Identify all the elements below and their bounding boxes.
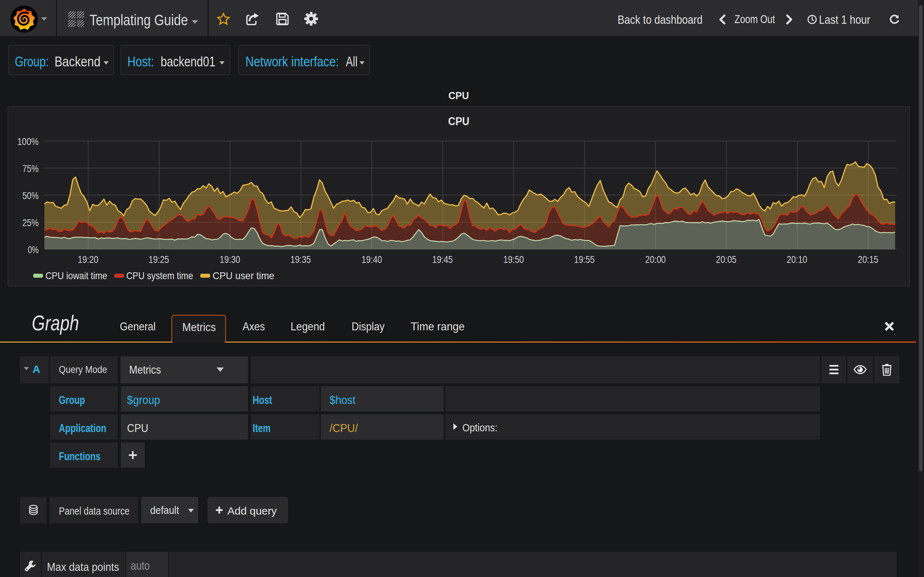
svg-text:CPU: CPU: [448, 115, 470, 128]
svg-text:19:30: 19:30: [220, 254, 241, 265]
svg-text:25%: 25%: [23, 217, 39, 228]
svg-text:20:10: 20:10: [787, 254, 808, 265]
svg-text:CPU iowait time: CPU iowait time: [45, 270, 107, 281]
svg-text:0%: 0%: [28, 244, 39, 255]
svg-text:19:20: 19:20: [78, 254, 99, 265]
svg-text:20:05: 20:05: [716, 254, 737, 265]
svg-text:CPU user time: CPU user time: [213, 270, 274, 281]
svg-text:19:55: 19:55: [574, 254, 595, 265]
svg-text:19:25: 19:25: [149, 254, 169, 265]
svg-text:19:45: 19:45: [432, 254, 453, 265]
svg-text:100%: 100%: [17, 136, 39, 147]
svg-text:20:00: 20:00: [645, 254, 666, 265]
svg-text:20:15: 20:15: [858, 254, 879, 265]
svg-text:19:35: 19:35: [291, 254, 311, 265]
svg-text:50%: 50%: [23, 190, 39, 201]
svg-text:75%: 75%: [23, 163, 39, 174]
svg-text:19:50: 19:50: [504, 254, 524, 265]
svg-text:CPU system time: CPU system time: [126, 270, 193, 281]
svg-text:19:40: 19:40: [362, 254, 382, 265]
